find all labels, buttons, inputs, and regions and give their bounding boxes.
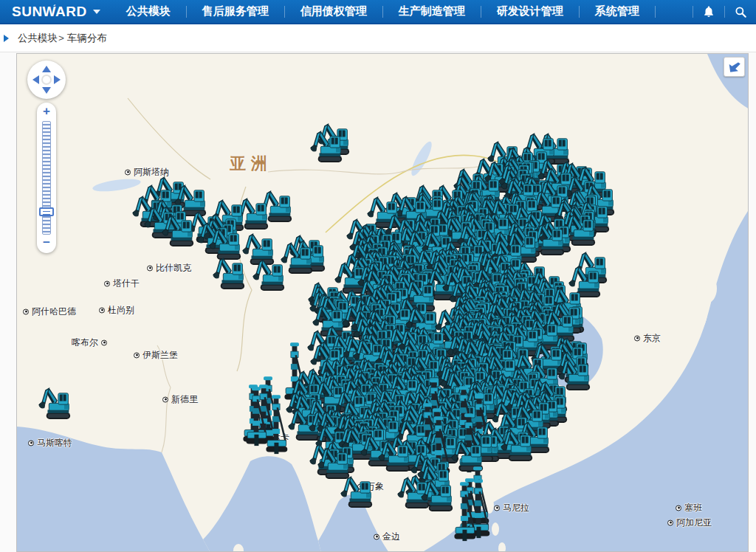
pan-up-arrow-icon[interactable] — [42, 66, 51, 72]
breadcrumb-bar: 公共模块 > 车辆分布 — [0, 24, 756, 52]
nav-item-2[interactable]: 售后服务管理 — [187, 0, 284, 24]
vehicle-icon-excavator[interactable] — [212, 254, 252, 290]
breadcrumb-parent[interactable]: 公共模块 — [18, 32, 58, 45]
bell-icon[interactable] — [693, 0, 724, 24]
nav-item-3[interactable]: 信用债权管理 — [285, 0, 382, 24]
pan-right-arrow-icon[interactable] — [54, 75, 61, 84]
vehicle-icon-excavator[interactable] — [38, 384, 78, 420]
zoom-slider-track[interactable] — [42, 121, 51, 235]
nav-item-1[interactable]: 公共模块 — [111, 0, 186, 24]
vehicle-icon-excavator[interactable] — [309, 127, 349, 163]
map-vehicle-layer — [17, 54, 748, 551]
vehicle-icon-excavator[interactable] — [340, 472, 379, 508]
zoom-in-button[interactable]: + — [43, 106, 50, 119]
app-logo[interactable]: SUNWARD ˊ — [0, 4, 111, 20]
map-container[interactable]: 亚洲 阿斯塔纳乌兰巴托比什凯克塔什干杜尚别阿什哈巴德喀布尔伊斯兰堡新德里马斯喀特… — [16, 53, 749, 552]
nav-item-4[interactable]: 生产制造管理 — [383, 0, 481, 24]
nav-separator — [655, 6, 656, 18]
main-menu: 公共模块售后服务管理信用债权管理生产制造管理研发设计管理系统管理 — [111, 0, 656, 23]
map-zoom-control[interactable]: + − — [37, 103, 56, 253]
logo-caret-down-icon — [93, 10, 100, 14]
zoom-slider-handle[interactable] — [39, 207, 54, 216]
zoom-out-button[interactable]: − — [43, 237, 50, 250]
nav-item-6[interactable]: 系统管理 — [580, 0, 655, 24]
pan-left-arrow-icon[interactable] — [32, 75, 39, 84]
breadcrumb-current: 车辆分布 — [67, 32, 107, 45]
breadcrumb-separator: > — [58, 32, 64, 44]
map-pan-control[interactable] — [27, 61, 66, 99]
sidebar-expand-arrow-icon[interactable] — [4, 35, 9, 42]
vehicle-icon-piledriver[interactable] — [264, 395, 289, 455]
vehicle-icon-excavator[interactable] — [252, 255, 292, 291]
pan-down-arrow-icon[interactable] — [42, 87, 51, 94]
vehicle-icon-piledriver[interactable] — [452, 482, 477, 542]
map-collapse-button[interactable] — [724, 57, 745, 77]
search-icon[interactable] — [725, 0, 756, 24]
pan-center-hub[interactable] — [41, 75, 52, 85]
arrow-down-left-icon — [727, 60, 742, 75]
top-navbar: SUNWARD ˊ 公共模块售后服务管理信用债权管理生产制造管理研发设计管理系统… — [0, 0, 756, 24]
navbar-right-icons — [693, 0, 756, 23]
logo-text: SUNWARD — [12, 4, 87, 20]
vehicle-icon-excavator[interactable] — [161, 211, 201, 247]
nav-item-5[interactable]: 研发设计管理 — [481, 0, 579, 24]
